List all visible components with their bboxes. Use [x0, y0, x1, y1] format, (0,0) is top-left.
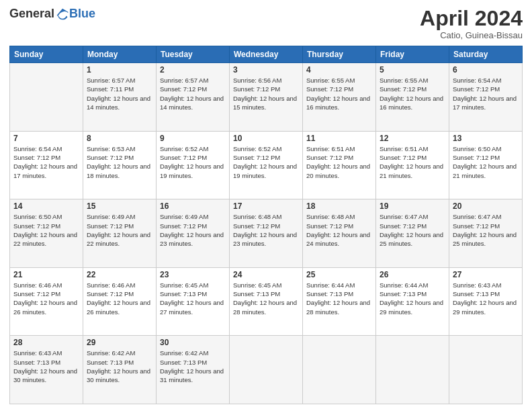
day-info: Sunrise: 6:55 AMSunset: 7:12 PMDaylight:… — [306, 76, 372, 111]
day-number: 21 — [13, 270, 79, 279]
day-info: Sunrise: 6:54 AMSunset: 7:12 PMDaylight:… — [453, 76, 519, 111]
day-number: 5 — [380, 65, 445, 75]
calendar-cell: 15Sunrise: 6:49 AMSunset: 7:12 PMDayligh… — [83, 199, 157, 268]
day-info: Sunrise: 6:57 AMSunset: 7:11 PMDaylight:… — [87, 76, 152, 111]
weekday-header: Saturday — [449, 46, 523, 63]
calendar-cell — [230, 336, 303, 404]
calendar-week-row: 1Sunrise: 6:57 AMSunset: 7:11 PMDaylight… — [10, 63, 523, 132]
calendar-cell — [449, 336, 523, 404]
calendar-cell: 3Sunrise: 6:56 AMSunset: 7:12 PMDaylight… — [230, 63, 303, 132]
header-row: SundayMondayTuesdayWednesdayThursdayFrid… — [10, 46, 523, 63]
calendar-cell: 16Sunrise: 6:49 AMSunset: 7:12 PMDayligh… — [157, 199, 230, 268]
day-info: Sunrise: 6:56 AMSunset: 7:12 PMDaylight:… — [233, 76, 299, 111]
day-number: 15 — [87, 201, 152, 211]
calendar-cell: 9Sunrise: 6:52 AMSunset: 7:12 PMDaylight… — [157, 131, 230, 199]
calendar-cell — [376, 336, 449, 404]
weekday-header: Friday — [376, 46, 449, 63]
day-number: 6 — [453, 65, 519, 75]
day-info: Sunrise: 6:45 AMSunset: 7:13 PMDaylight:… — [160, 281, 226, 316]
calendar-cell: 7Sunrise: 6:54 AMSunset: 7:12 PMDaylight… — [10, 131, 83, 199]
calendar-cell: 30Sunrise: 6:42 AMSunset: 7:13 PMDayligh… — [157, 336, 230, 404]
calendar-cell: 19Sunrise: 6:47 AMSunset: 7:12 PMDayligh… — [376, 199, 449, 268]
day-number: 28 — [13, 338, 79, 347]
day-info: Sunrise: 6:47 AMSunset: 7:12 PMDaylight:… — [453, 212, 519, 248]
calendar-cell: 20Sunrise: 6:47 AMSunset: 7:12 PMDayligh… — [449, 199, 523, 268]
calendar-cell: 22Sunrise: 6:46 AMSunset: 7:12 PMDayligh… — [83, 267, 157, 336]
day-info: Sunrise: 6:43 AMSunset: 7:13 PMDaylight:… — [453, 281, 519, 316]
day-info: Sunrise: 6:49 AMSunset: 7:12 PMDaylight:… — [160, 212, 226, 248]
day-info: Sunrise: 6:53 AMSunset: 7:12 PMDaylight:… — [87, 144, 152, 180]
day-number: 19 — [380, 201, 445, 211]
day-number: 12 — [380, 134, 445, 143]
logo-general-text: General — [9, 7, 54, 21]
day-info: Sunrise: 6:49 AMSunset: 7:12 PMDaylight:… — [87, 212, 152, 248]
day-info: Sunrise: 6:50 AMSunset: 7:12 PMDaylight:… — [13, 212, 79, 248]
day-number: 7 — [13, 134, 79, 143]
calendar-week-row: 14Sunrise: 6:50 AMSunset: 7:12 PMDayligh… — [10, 199, 523, 268]
calendar-week-row: 7Sunrise: 6:54 AMSunset: 7:12 PMDaylight… — [10, 131, 523, 199]
calendar-cell: 11Sunrise: 6:51 AMSunset: 7:12 PMDayligh… — [303, 131, 376, 199]
calendar-cell: 26Sunrise: 6:44 AMSunset: 7:13 PMDayligh… — [376, 267, 449, 336]
month-title: April 2024 — [420, 7, 523, 30]
day-info: Sunrise: 6:54 AMSunset: 7:12 PMDaylight:… — [13, 144, 79, 180]
calendar-cell — [10, 63, 83, 132]
day-info: Sunrise: 6:51 AMSunset: 7:12 PMDaylight:… — [306, 144, 372, 180]
day-number: 10 — [233, 134, 299, 143]
day-number: 29 — [87, 338, 152, 347]
day-info: Sunrise: 6:57 AMSunset: 7:12 PMDaylight:… — [160, 76, 226, 111]
day-number: 3 — [233, 65, 299, 75]
logo-blue-text: Blue — [69, 7, 95, 21]
weekday-header: Sunday — [10, 46, 83, 63]
calendar-cell: 5Sunrise: 6:55 AMSunset: 7:12 PMDaylight… — [376, 63, 449, 132]
calendar-cell: 10Sunrise: 6:52 AMSunset: 7:12 PMDayligh… — [230, 131, 303, 199]
calendar-cell — [303, 336, 376, 404]
day-number: 16 — [160, 201, 226, 211]
location-subtitle: Catio, Guinea-Bissau — [420, 30, 523, 40]
day-number: 23 — [160, 270, 226, 279]
weekday-header: Thursday — [303, 46, 376, 63]
calendar-week-row: 28Sunrise: 6:43 AMSunset: 7:13 PMDayligh… — [10, 336, 523, 404]
day-number: 8 — [87, 134, 152, 143]
calendar-cell: 12Sunrise: 6:51 AMSunset: 7:12 PMDayligh… — [376, 131, 449, 199]
calendar-week-row: 21Sunrise: 6:46 AMSunset: 7:12 PMDayligh… — [10, 267, 523, 336]
day-info: Sunrise: 6:47 AMSunset: 7:12 PMDaylight:… — [380, 212, 445, 248]
calendar-cell: 24Sunrise: 6:45 AMSunset: 7:13 PMDayligh… — [230, 267, 303, 336]
day-number: 27 — [453, 270, 519, 279]
day-info: Sunrise: 6:51 AMSunset: 7:12 PMDaylight:… — [380, 144, 445, 180]
weekday-header: Wednesday — [230, 46, 303, 63]
day-info: Sunrise: 6:42 AMSunset: 7:13 PMDaylight:… — [87, 349, 152, 384]
day-number: 30 — [160, 338, 226, 347]
day-info: Sunrise: 6:44 AMSunset: 7:13 PMDaylight:… — [380, 281, 445, 316]
calendar-cell: 8Sunrise: 6:53 AMSunset: 7:12 PMDaylight… — [83, 131, 157, 199]
day-number: 2 — [160, 65, 226, 75]
calendar-cell: 4Sunrise: 6:55 AMSunset: 7:12 PMDaylight… — [303, 63, 376, 132]
day-number: 26 — [380, 270, 445, 279]
calendar-cell: 25Sunrise: 6:44 AMSunset: 7:13 PMDayligh… — [303, 267, 376, 336]
day-number: 22 — [87, 270, 152, 279]
logo-icon — [56, 7, 69, 21]
day-info: Sunrise: 6:48 AMSunset: 7:12 PMDaylight:… — [233, 212, 299, 248]
calendar-cell: 13Sunrise: 6:50 AMSunset: 7:12 PMDayligh… — [449, 131, 523, 199]
day-number: 25 — [306, 270, 372, 279]
day-number: 24 — [233, 270, 299, 279]
calendar-cell: 1Sunrise: 6:57 AMSunset: 7:11 PMDaylight… — [83, 63, 157, 132]
day-info: Sunrise: 6:48 AMSunset: 7:12 PMDaylight:… — [306, 212, 372, 248]
day-info: Sunrise: 6:45 AMSunset: 7:13 PMDaylight:… — [233, 281, 299, 316]
day-number: 17 — [233, 201, 299, 211]
title-area: April 2024 Catio, Guinea-Bissau — [420, 7, 523, 40]
calendar-cell: 6Sunrise: 6:54 AMSunset: 7:12 PMDaylight… — [449, 63, 523, 132]
page: General Blue April 2024 Catio, Guinea-Bi… — [0, 0, 532, 411]
calendar-cell: 27Sunrise: 6:43 AMSunset: 7:13 PMDayligh… — [449, 267, 523, 336]
calendar-cell: 17Sunrise: 6:48 AMSunset: 7:12 PMDayligh… — [230, 199, 303, 268]
day-info: Sunrise: 6:44 AMSunset: 7:13 PMDaylight:… — [306, 281, 372, 316]
calendar-cell: 29Sunrise: 6:42 AMSunset: 7:13 PMDayligh… — [83, 336, 157, 404]
day-number: 11 — [306, 134, 372, 143]
day-number: 9 — [160, 134, 226, 143]
day-info: Sunrise: 6:46 AMSunset: 7:12 PMDaylight:… — [87, 281, 152, 316]
day-info: Sunrise: 6:46 AMSunset: 7:12 PMDaylight:… — [13, 281, 79, 316]
day-number: 13 — [453, 134, 519, 143]
day-info: Sunrise: 6:42 AMSunset: 7:13 PMDaylight:… — [160, 349, 226, 384]
day-number: 14 — [13, 201, 79, 211]
day-number: 18 — [306, 201, 372, 211]
weekday-header: Monday — [83, 46, 157, 63]
